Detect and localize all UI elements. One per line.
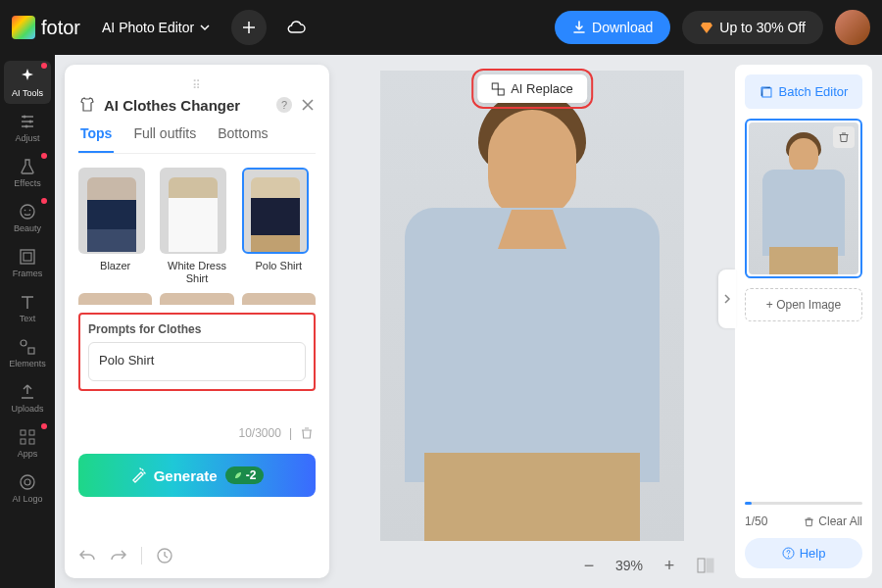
svg-rect-12: [21, 439, 25, 444]
close-icon[interactable]: [300, 97, 316, 113]
delete-thumbnail-button[interactable]: [833, 126, 855, 148]
tool-adjust[interactable]: Adjust: [4, 106, 51, 149]
chevron-down-icon: [200, 23, 210, 32]
generate-button[interactable]: Generate -2: [78, 454, 316, 497]
more-presets-peek: [78, 293, 316, 305]
zoom-in-button[interactable]: +: [657, 553, 682, 578]
preset-label: Polo Shirt: [242, 260, 316, 272]
svg-point-14: [21, 475, 34, 489]
text-icon: [18, 292, 37, 312]
cloud-icon: [286, 21, 306, 34]
svg-rect-13: [29, 439, 34, 444]
notification-dot: [41, 63, 47, 69]
user-avatar[interactable]: [835, 10, 870, 45]
generate-label: Generate: [154, 467, 218, 484]
canvas-area: AI Replace − 39% +: [329, 55, 735, 588]
credits-badge: -2: [225, 466, 265, 484]
preset-label: Blazer: [78, 260, 152, 272]
upload-icon: [18, 382, 37, 402]
tab-tops[interactable]: Tops: [78, 125, 114, 153]
zoom-level: 39%: [615, 558, 643, 573]
wand-icon: [130, 467, 146, 483]
tab-full-outfits[interactable]: Full outfits: [131, 125, 198, 153]
tool-uploads[interactable]: Uploads: [4, 376, 51, 419]
replace-icon: [491, 82, 505, 96]
ai-replace-badge[interactable]: AI Replace: [477, 74, 587, 103]
download-button[interactable]: Download: [555, 11, 670, 44]
credits-value: -2: [246, 468, 257, 482]
open-image-label: Open Image: [776, 298, 841, 312]
panel-title: AI Clothes Changer: [104, 97, 269, 114]
help-button[interactable]: Help: [745, 538, 862, 568]
face-icon: [18, 202, 37, 221]
logo-maker-icon: [18, 472, 37, 492]
ai-replace-label: AI Replace: [511, 81, 573, 96]
canvas-image[interactable]: [380, 71, 684, 541]
preset-white-shirt[interactable]: [160, 168, 226, 254]
image-thumbnail[interactable]: [745, 119, 862, 278]
tool-ai-tools[interactable]: AI Tools: [4, 61, 51, 104]
svg-point-15: [24, 479, 30, 485]
left-toolbar: AI Tools Adjust Effects Beauty Frames: [0, 55, 55, 588]
svg-point-8: [21, 340, 26, 346]
tool-label: Uploads: [11, 404, 43, 414]
tool-label: Elements: [9, 359, 46, 368]
preset-blazer[interactable]: [78, 168, 145, 254]
preset-polo-shirt[interactable]: [242, 168, 309, 254]
brand-logo[interactable]: fotor: [12, 16, 80, 39]
help-label: Help: [800, 546, 826, 561]
mode-dropdown[interactable]: AI Photo Editor: [92, 14, 220, 41]
tab-bottoms[interactable]: Bottoms: [216, 125, 270, 153]
help-icon[interactable]: ?: [276, 97, 292, 113]
svg-rect-20: [707, 559, 713, 572]
svg-point-0: [24, 116, 26, 119]
prompt-section-highlight: Prompts for Clothes Polo Shirt: [78, 313, 316, 391]
clothes-presets: Blazer White Dress Shirt Polo Shirt: [78, 168, 316, 285]
tool-apps[interactable]: Apps: [4, 421, 51, 465]
drag-handle[interactable]: ⠿: [192, 78, 203, 92]
tool-text[interactable]: Text: [4, 286, 51, 329]
trash-icon: [804, 516, 814, 527]
svg-rect-19: [698, 559, 705, 572]
right-panel: Batch Editor + Open Image 1/50 Clear All: [735, 65, 872, 578]
prompt-value: Polo Shirt: [99, 353, 295, 370]
clear-all-button[interactable]: Clear All: [804, 514, 862, 528]
tool-effects[interactable]: Effects: [4, 151, 51, 194]
prompt-input-box[interactable]: Polo Shirt: [88, 342, 306, 381]
tool-ai-logo[interactable]: AI Logo: [4, 466, 51, 510]
svg-rect-11: [29, 430, 34, 435]
undo-icon[interactable]: [78, 547, 96, 564]
mode-label: AI Photo Editor: [102, 20, 194, 35]
redo-icon[interactable]: [110, 547, 127, 564]
cloud-sync-button[interactable]: [278, 10, 314, 45]
tool-beauty[interactable]: Beauty: [4, 196, 51, 239]
canvas-stage[interactable]: AI Replace: [329, 55, 735, 543]
expand-right-tab[interactable]: [718, 270, 736, 328]
shapes-icon: [18, 337, 37, 357]
svg-rect-6: [21, 250, 34, 264]
notification-dot: [41, 198, 47, 204]
tool-elements[interactable]: Elements: [4, 331, 51, 374]
svg-rect-21: [762, 88, 771, 97]
svg-point-1: [29, 121, 32, 123]
clothes-tabs: Tops Full outfits Bottoms: [78, 125, 316, 154]
svg-rect-10: [21, 430, 25, 435]
batch-editor-button[interactable]: Batch Editor: [745, 74, 862, 109]
plus-icon: [242, 21, 256, 34]
preset-label: White Dress Shirt: [160, 260, 233, 285]
zoom-out-button[interactable]: −: [576, 553, 602, 578]
tshirt-icon: [78, 96, 96, 114]
trash-icon[interactable]: [300, 426, 314, 440]
history-tools: [78, 531, 316, 564]
tool-frames[interactable]: Frames: [4, 241, 51, 284]
history-icon[interactable]: [156, 547, 173, 564]
tool-label: Frames: [13, 269, 43, 278]
compare-icon[interactable]: [696, 556, 715, 575]
svg-point-4: [24, 210, 26, 212]
promo-button[interactable]: Up to 30% Off: [682, 11, 823, 44]
download-label: Download: [592, 20, 653, 35]
svg-rect-18: [498, 89, 504, 95]
add-button[interactable]: [231, 10, 267, 45]
stack-icon: [760, 85, 773, 99]
open-image-button[interactable]: + Open Image: [745, 288, 862, 321]
